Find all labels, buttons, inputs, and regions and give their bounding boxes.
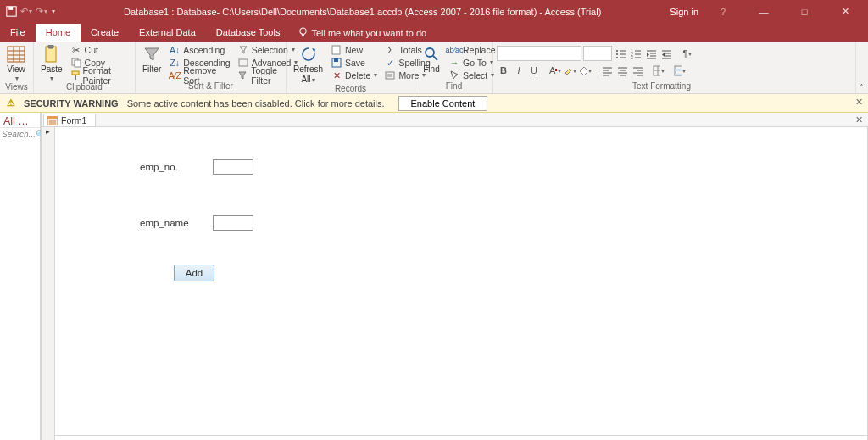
- tab-create[interactable]: Create: [81, 24, 129, 42]
- paste-button[interactable]: Paste ▾: [37, 43, 66, 82]
- font-name-combo[interactable]: [497, 46, 581, 61]
- group-records-label: Records: [290, 84, 411, 94]
- find-icon: [422, 45, 441, 64]
- emp-name-input[interactable]: [213, 215, 253, 231]
- ascending-button[interactable]: A↓Ascending: [166, 43, 232, 56]
- save-icon[interactable]: [5, 6, 17, 18]
- group-sortfilter-label: Sort & Filter: [139, 81, 282, 93]
- save-record-button[interactable]: Save: [328, 56, 380, 69]
- paste-icon: [42, 45, 61, 64]
- italic-icon[interactable]: I: [512, 64, 526, 77]
- tab-file[interactable]: File: [0, 24, 36, 42]
- svg-point-2: [300, 28, 306, 34]
- new-record-button[interactable]: New: [328, 43, 380, 56]
- delete-record-button[interactable]: ✕Delete▾: [328, 69, 380, 81]
- close-document-icon[interactable]: ✕: [855, 114, 863, 125]
- help-icon[interactable]: ?: [707, 0, 739, 23]
- svg-rect-3: [303, 34, 305, 36]
- selection-icon: [237, 44, 249, 56]
- lightbulb-icon: [298, 27, 308, 38]
- gridlines-icon[interactable]: ▾: [652, 64, 665, 77]
- close-icon[interactable]: ✕: [829, 0, 861, 23]
- svg-rect-1: [8, 7, 13, 10]
- cut-button[interactable]: ✂Cut: [68, 43, 131, 56]
- text-direction-icon[interactable]: ¶▾: [681, 47, 694, 60]
- svg-rect-61: [675, 69, 682, 71]
- emp-no-label: emp_no.: [140, 162, 199, 172]
- align-left-icon[interactable]: [600, 64, 614, 77]
- nav-search[interactable]: Search...🔍: [0, 128, 40, 141]
- font-color-icon[interactable]: A▾: [548, 64, 562, 77]
- record-selector[interactable]: ▸: [42, 127, 55, 440]
- align-center-icon[interactable]: [615, 64, 629, 77]
- filter-button[interactable]: Filter: [139, 43, 164, 74]
- cut-icon: ✂: [70, 44, 82, 56]
- ribbon-tabs: File Home Create External Data Database …: [0, 23, 868, 42]
- underline-icon[interactable]: U: [527, 64, 541, 77]
- close-security-icon[interactable]: ✕: [855, 97, 863, 108]
- tab-database-tools[interactable]: Database Tools: [206, 24, 291, 42]
- refresh-all-button[interactable]: Refresh All▾: [290, 43, 326, 84]
- numbering-icon[interactable]: 123: [629, 47, 643, 60]
- highlight-icon[interactable]: ▾: [564, 64, 577, 77]
- select-icon: [448, 70, 460, 81]
- ascending-icon: A↓: [169, 44, 181, 56]
- form-body: ▸ emp_no. emp_name Add: [42, 127, 868, 440]
- filter-icon: [142, 45, 161, 64]
- view-button[interactable]: View ▾: [3, 43, 29, 82]
- ribbon: View ▾ Views Paste ▾ ✂Cut Copy Format Pa…: [0, 42, 868, 94]
- find-button[interactable]: Find: [419, 43, 444, 74]
- form-icon: [47, 116, 58, 125]
- increase-indent-icon[interactable]: [644, 47, 658, 60]
- fill-color-icon[interactable]: ▾: [579, 64, 593, 77]
- nav-header[interactable]: All …: [0, 113, 40, 128]
- document-tab-form1[interactable]: Form1: [43, 114, 96, 126]
- tab-home[interactable]: Home: [36, 24, 81, 42]
- maximize-icon[interactable]: □: [788, 0, 821, 23]
- replace-button[interactable]: ab⁄acReplace: [446, 43, 498, 56]
- tell-me[interactable]: Tell me what you want to do: [290, 24, 435, 42]
- tab-external-data[interactable]: External Data: [129, 24, 206, 42]
- svg-text:3: 3: [631, 55, 633, 59]
- svg-rect-10: [46, 47, 56, 62]
- new-icon: [331, 44, 342, 56]
- svg-rect-15: [75, 75, 76, 80]
- add-button[interactable]: Add: [174, 265, 214, 281]
- alt-row-color-icon[interactable]: ▾: [673, 64, 687, 77]
- svg-rect-17: [332, 46, 340, 54]
- align-right-icon[interactable]: [631, 64, 644, 77]
- format-painter-button[interactable]: Format Painter: [68, 69, 131, 81]
- font-size-combo[interactable]: [583, 46, 612, 61]
- svg-point-23: [426, 48, 434, 57]
- svg-point-25: [616, 50, 618, 52]
- select-button[interactable]: Select▾: [446, 69, 498, 81]
- redo-icon[interactable]: ↷▾: [36, 6, 47, 18]
- minimize-icon[interactable]: —: [748, 0, 780, 23]
- document-tab-label: Form1: [61, 115, 86, 125]
- copy-icon: [70, 57, 82, 69]
- remove-sort-button[interactable]: A⁄ZRemove Sort: [166, 69, 232, 81]
- navigation-pane[interactable]: All … Search...🔍: [0, 113, 41, 440]
- svg-line-24: [433, 56, 437, 60]
- emp-no-input[interactable]: [213, 159, 253, 175]
- toggle-filter-icon: [237, 70, 249, 81]
- sign-in-link[interactable]: Sign in: [670, 7, 698, 17]
- bold-icon[interactable]: B: [497, 64, 510, 77]
- security-title: SECURITY WARNING: [24, 98, 119, 109]
- enable-content-button[interactable]: Enable Content: [398, 96, 488, 111]
- form-area: emp_no. emp_name Add: [55, 127, 867, 440]
- totals-icon: Σ: [384, 44, 396, 56]
- svg-rect-20: [386, 72, 394, 79]
- goto-icon: →: [448, 57, 460, 69]
- replace-icon: ab⁄ac: [448, 44, 460, 56]
- spelling-icon: ✓: [384, 57, 396, 69]
- collapse-ribbon-icon[interactable]: ˄: [856, 83, 868, 92]
- undo-icon[interactable]: ↶▾: [20, 6, 32, 18]
- group-clipboard-label: Clipboard: [37, 82, 131, 93]
- goto-button[interactable]: →Go To▾: [446, 56, 498, 69]
- document-tabs: Form1 ✕: [42, 113, 868, 127]
- security-message[interactable]: Some active content has been disabled. C…: [127, 98, 385, 109]
- svg-rect-64: [47, 116, 58, 119]
- decrease-indent-icon[interactable]: [659, 47, 673, 60]
- bullets-icon[interactable]: [614, 47, 627, 60]
